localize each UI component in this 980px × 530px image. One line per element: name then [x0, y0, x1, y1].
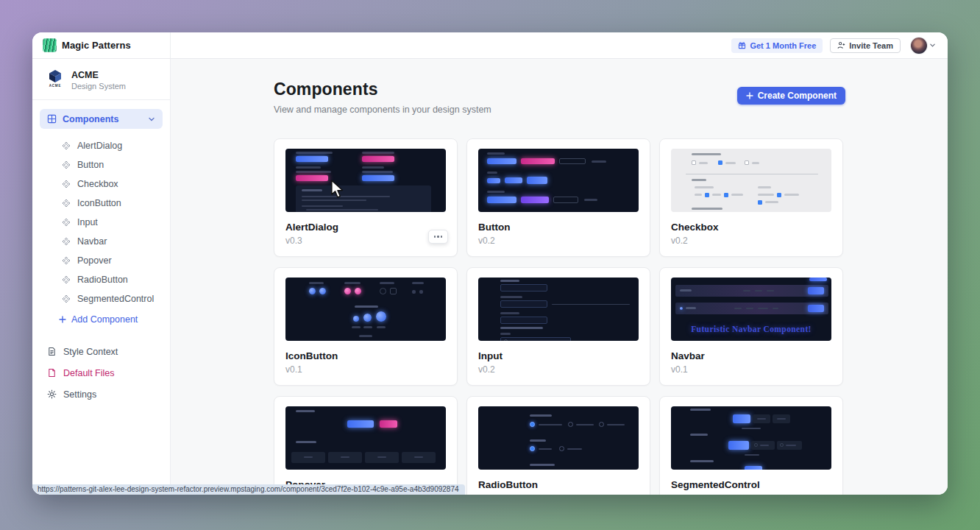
component-card-alertdialog[interactable]: AlertDialogv0.3	[274, 138, 458, 257]
sidebar-item-checkbox[interactable]: Checkbox	[32, 174, 170, 194]
sidebar-item-button[interactable]: Button	[32, 155, 170, 174]
thumb-graphic	[734, 308, 742, 309]
component-card-iconbutton[interactable]: IconButtonv0.1	[274, 267, 458, 386]
thumb-graphic	[743, 290, 750, 292]
account-menu[interactable]	[911, 38, 936, 54]
sidebar-item-radiobutton[interactable]: RadioButton	[32, 270, 170, 289]
thumb-graphic	[690, 460, 714, 462]
component-card-segmentedcontrol[interactable]: SegmentedControlv0.2	[659, 396, 843, 495]
thumb-graphic	[746, 308, 753, 309]
thumb-graphic	[675, 285, 828, 297]
thumb-graphic	[758, 186, 771, 188]
sidebar-item-input[interactable]: Input	[32, 213, 170, 232]
sidebar-item-iconbutton[interactable]: IconButton	[32, 194, 170, 213]
sidebar-item-components[interactable]: Components	[40, 109, 163, 129]
get-month-free-label: Get 1 Month Free	[750, 41, 816, 50]
thumb-graphic	[309, 282, 324, 284]
card-name: IconButton	[285, 350, 446, 361]
file-icon	[47, 368, 57, 378]
plus-icon	[59, 316, 66, 323]
workspace-switcher[interactable]: ACME ACME Design System	[32, 66, 170, 99]
thumb-graphic	[751, 441, 775, 450]
thumb-graphic	[584, 199, 597, 201]
thumb-graphic	[291, 452, 325, 463]
thumb-graphic	[505, 177, 522, 183]
create-component-button[interactable]: Create Component	[737, 87, 845, 105]
thumb-graphic	[296, 152, 333, 154]
workspace-name: ACME	[71, 70, 126, 80]
card-thumbnail	[285, 406, 446, 470]
thumb-graphic	[539, 424, 562, 425]
component-card-radiobutton[interactable]: RadioButtonv0.1	[466, 396, 650, 495]
sidebar-item-settings[interactable]: Settings	[32, 384, 170, 405]
page-subtitle: View and manage components in your desig…	[274, 105, 491, 115]
component-card-grid: AlertDialogv0.3Buttonv0.2Checkboxv0.2Ico…	[274, 138, 845, 495]
thumb-graphic	[559, 158, 586, 164]
invite-team-button[interactable]: Invite Team	[830, 38, 901, 53]
get-month-free-button[interactable]: Get 1 Month Free	[731, 38, 823, 53]
thumb-graphic	[758, 200, 762, 205]
thumb-graphic	[377, 456, 386, 458]
component-card-checkbox[interactable]: Checkboxv0.2	[659, 138, 843, 257]
thumb-graphic	[686, 174, 818, 174]
thumb-graphic	[742, 428, 761, 429]
component-card-input[interactable]: Inputv0.2	[466, 267, 650, 386]
sidebar-item-default-files[interactable]: Default Files	[32, 362, 170, 384]
thumb-graphic	[319, 288, 326, 294]
card-name: Input	[478, 350, 639, 361]
card-thumbnail	[478, 406, 639, 470]
card-thumbnail	[285, 278, 446, 341]
component-list: AlertDialogButtonCheckboxIconButtonInput…	[32, 136, 170, 308]
thumb-graphic	[344, 282, 361, 284]
main-content: Components View and manage components in…	[171, 59, 948, 495]
page-title: Components	[274, 80, 491, 99]
thumb-graphic	[731, 194, 743, 196]
thumb-graphic	[773, 308, 778, 309]
thumb-graphic	[745, 160, 749, 165]
thumb-graphic	[576, 424, 594, 425]
thumb-graphic	[500, 337, 571, 341]
card-menu-button[interactable]	[428, 230, 448, 244]
component-card-navbar[interactable]: Futuristic Navbar Component!Navbarv0.1	[659, 267, 843, 386]
thumb-graphic	[296, 156, 328, 162]
component-diamond-icon	[62, 199, 71, 208]
sidebar-item-alertdialog[interactable]: AlertDialog	[32, 136, 170, 155]
thumb-graphic	[809, 278, 827, 281]
thumb-graphic	[296, 175, 328, 181]
sidebar-item-style-context[interactable]: Style Context	[32, 341, 170, 362]
thumb-graphic	[380, 288, 386, 294]
component-diamond-icon	[62, 141, 71, 150]
thumb-graphic	[754, 443, 758, 447]
thumb-graphic	[302, 196, 390, 197]
thumb-graphic	[724, 193, 728, 197]
gift-icon	[738, 41, 746, 49]
thumb-graphic	[296, 171, 331, 173]
component-card-popover[interactable]: Popoverv0.2	[274, 396, 458, 495]
thumb-graphic	[414, 456, 423, 458]
thumb-graphic	[309, 288, 316, 294]
sidebar-item-segmentedcontrol[interactable]: SegmentedControl	[32, 289, 170, 308]
thumb-graphic	[808, 305, 824, 312]
add-component-button[interactable]: Add Component	[32, 310, 170, 329]
thumb-graphic	[780, 443, 784, 447]
main-header: Components View and manage components in…	[274, 80, 845, 115]
card-version: v0.1	[285, 364, 446, 375]
sidebar-item-navbar[interactable]: Navbar	[32, 232, 170, 251]
thumb-graphic	[777, 193, 781, 197]
thumb-graphic	[758, 194, 774, 196]
component-diamond-icon	[62, 180, 71, 188]
app-body: ACME ACME Design System Components Alert…	[32, 59, 948, 495]
thumb-graphic	[402, 452, 436, 463]
component-card-button[interactable]: Buttonv0.2	[466, 138, 650, 257]
sidebar-item-popover[interactable]: Popover	[32, 251, 170, 270]
card-version: v0.2	[671, 236, 831, 246]
card-name: Button	[478, 222, 639, 233]
thumb-graphic	[808, 287, 824, 294]
card-version: v0.3	[285, 236, 446, 246]
component-diamond-icon	[62, 218, 71, 227]
sidebar-item-label: Default Files	[63, 368, 114, 378]
thumb-graphic	[752, 162, 759, 164]
thumb-graphic	[757, 418, 766, 420]
component-diamond-icon	[62, 294, 71, 303]
thumb-graphic	[500, 296, 522, 298]
